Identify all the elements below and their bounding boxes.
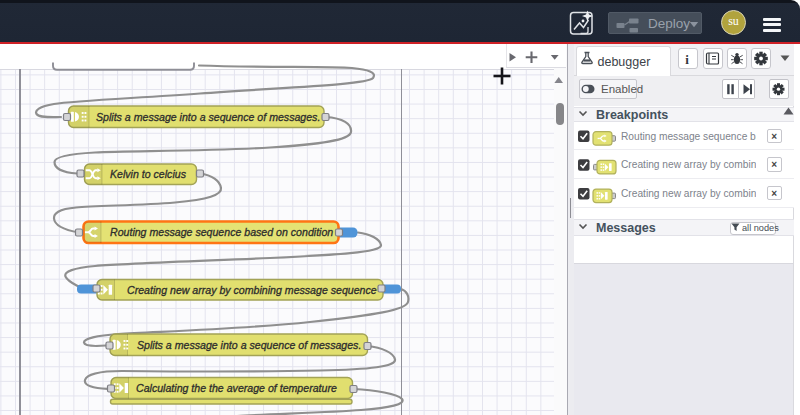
svg-text:Splits a message into a sequen: Splits a message into a sequence of mess… xyxy=(137,339,361,351)
svg-text:Splits a message into a sequen: Splits a message into a sequence of mess… xyxy=(96,111,320,123)
svg-text:Creating new array by combinin: Creating new array by combining message … xyxy=(127,284,377,296)
svg-text:Kelvin to celcius: Kelvin to celcius xyxy=(110,168,187,180)
svg-text:Calculating the the average of: Calculating the the average of temperatu… xyxy=(136,382,337,394)
svg-text:Routing message sequence based: Routing message sequence based on condit… xyxy=(110,226,333,238)
